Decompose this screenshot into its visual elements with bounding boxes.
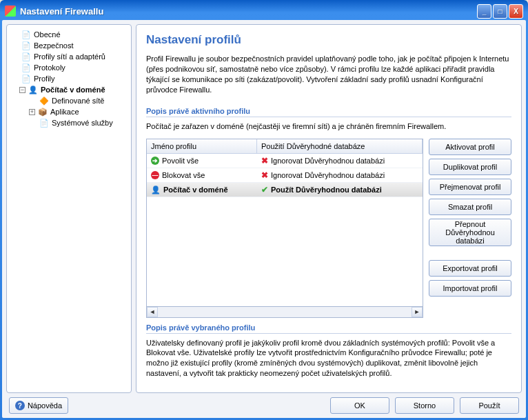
rename-button[interactable]: Přejmenovat profil	[429, 179, 511, 195]
delete-button[interactable]: Smazat profil	[429, 199, 511, 215]
collapse-icon[interactable]: −	[19, 87, 26, 93]
apply-button[interactable]: Použít	[460, 397, 519, 414]
page-icon: 📄	[21, 30, 31, 39]
export-button[interactable]: Exportovat profil	[429, 260, 511, 277]
duplicate-button[interactable]: Duplikovat profil	[429, 159, 511, 175]
tree-label: Bezpečnost	[34, 41, 73, 50]
page-title: Nastavení profilů	[146, 33, 511, 47]
check-icon: ✔	[261, 185, 268, 194]
close-button[interactable]: X	[509, 4, 523, 19]
titlebar[interactable]: Nastavení Firewallu _ □ X	[2, 2, 526, 20]
x-icon: ✖	[261, 170, 268, 180]
table-row[interactable]: ➔ Povolit vše ✖ Ignorovat Důvěryhodnou d…	[147, 154, 423, 168]
block-icon: —	[151, 171, 159, 179]
row-db: Použít Důvěryhodnou databázi	[271, 186, 382, 194]
activate-button[interactable]: Aktivovat profil	[429, 139, 511, 155]
tree-item-applications[interactable]: + 📦 Aplikace	[10, 106, 128, 117]
tree-item-network-profiles[interactable]: 📄 Profily sítí a adaptérů	[10, 51, 128, 62]
col-db[interactable]: Použití Důvěryhodné databáze	[257, 139, 423, 153]
page-icon: 📄	[21, 52, 31, 61]
tree-label: Definované sítě	[52, 97, 104, 105]
tree-item-general[interactable]: 📄 Obecné	[10, 29, 128, 40]
tree-item-domain-computer[interactable]: − 👤 Počítač v doméně	[10, 84, 128, 95]
expand-icon[interactable]: +	[29, 109, 35, 115]
person-icon: 👤	[28, 85, 38, 94]
tree-item-profiles[interactable]: 📄 Profily	[10, 73, 128, 84]
row-name: Povolit vše	[162, 157, 199, 165]
col-name[interactable]: Jméno profilu	[147, 139, 257, 153]
scroll-left-icon[interactable]: ◄	[147, 307, 158, 317]
intro-text: Profil Firewallu je soubor bezpečnostníc…	[146, 54, 511, 94]
row-name: Blokovat vše	[162, 171, 205, 179]
row-db: Ignorovat Důvěryhodnou databázi	[271, 157, 385, 165]
page-icon: 📄	[39, 118, 49, 128]
minimize-button[interactable]: _	[477, 4, 491, 19]
toggle-db-button[interactable]: Přepnout Důvěryhodnou databázi	[429, 219, 511, 246]
x-icon: ✖	[261, 156, 268, 166]
ok-button[interactable]: OK	[330, 397, 389, 414]
help-button[interactable]: ? Nápověda	[9, 397, 68, 414]
horizontal-scrollbar[interactable]: ◄ ►	[146, 307, 423, 318]
help-icon: ?	[15, 401, 25, 410]
window-frame: Nastavení Firewallu _ □ X 📄 Obecné 📄 Bez…	[0, 0, 528, 420]
row-db: Ignorovat Důvěryhodnou databázi	[271, 171, 385, 179]
tree-label: Profily	[34, 74, 55, 83]
tree-label: Protokoly	[34, 63, 65, 72]
tree-label: Profily sítí a adaptérů	[34, 52, 105, 61]
active-profile-text: Počítač je zařazen v doméně (nejčastěji …	[146, 121, 511, 132]
tree-item-security[interactable]: 📄 Bezpečnost	[10, 40, 128, 51]
row-name: Počítač v doméně	[163, 186, 228, 194]
tree-item-system-services[interactable]: 📄 Systémové služby	[10, 117, 128, 128]
tree-label: Obecné	[34, 30, 61, 39]
table-row[interactable]: 👤 Počítač v doméně ✔ Použít Důvěryhodnou…	[147, 183, 423, 197]
content-panel: Nastavení profilů Profil Firewallu je so…	[136, 24, 522, 393]
page-icon: 📄	[21, 74, 31, 83]
profile-buttons: Aktivovat profil Duplikovat profil Přejm…	[429, 139, 511, 317]
tree-item-defined-networks[interactable]: 🔶 Definované sítě	[10, 95, 128, 106]
app-icon	[5, 6, 16, 17]
table-row[interactable]: — Blokovat vše ✖ Ignorovat Důvěryhodnou …	[147, 168, 423, 183]
tree-item-protocols[interactable]: 📄 Protokoly	[10, 62, 128, 73]
network-icon: 🔶	[39, 96, 49, 106]
scroll-track[interactable]	[158, 307, 412, 317]
active-profile-heading: Popis právě aktivního profilu	[146, 107, 511, 117]
tree-label: Počítač v doméně	[41, 86, 105, 94]
tree-label: Systémové služby	[52, 119, 113, 127]
tree-label: Aplikace	[50, 108, 79, 116]
app-icon: 📦	[38, 107, 48, 117]
scroll-right-icon[interactable]: ►	[412, 307, 423, 317]
client-area: 📄 Obecné 📄 Bezpečnost 📄 Profily sítí a a…	[2, 20, 526, 418]
dialog-button-bar: ? Nápověda OK Storno Použít	[6, 397, 522, 414]
table-header: Jméno profilu Použití Důvěryhodné databá…	[147, 139, 423, 154]
selected-profile-heading: Popis právě vybraného profilu	[146, 323, 511, 334]
nav-tree[interactable]: 📄 Obecné 📄 Bezpečnost 📄 Profily sítí a a…	[6, 24, 132, 393]
page-icon: 📄	[21, 63, 31, 72]
selected-profile-text: Uživatelsky definovaný profil je jakýkol…	[146, 338, 511, 379]
window-title: Nastavení Firewallu	[20, 6, 477, 17]
maximize-button[interactable]: □	[493, 4, 507, 19]
allow-icon: ➔	[151, 157, 159, 165]
page-icon: 📄	[21, 41, 31, 50]
profiles-table[interactable]: Jméno profilu Použití Důvěryhodné databá…	[146, 139, 423, 306]
person-icon: 👤	[151, 186, 161, 194]
cancel-button[interactable]: Storno	[395, 397, 454, 414]
import-button[interactable]: Importovat profil	[429, 280, 511, 297]
help-label: Nápověda	[28, 401, 62, 410]
